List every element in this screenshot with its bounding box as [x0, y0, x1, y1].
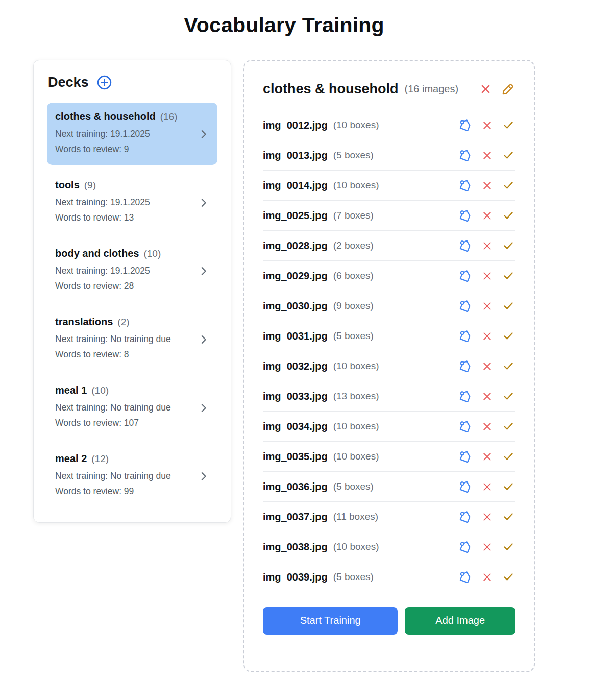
image-row: img_0039.jpg (5 boxes) [263, 562, 515, 592]
add-deck-button[interactable] [96, 75, 112, 90]
label-image-button[interactable] [458, 148, 472, 162]
delete-image-button[interactable] [482, 301, 493, 311]
label-image-button[interactable] [458, 510, 472, 524]
rename-deck-button[interactable] [501, 83, 514, 96]
delete-deck-button[interactable] [480, 83, 492, 95]
delete-image-button[interactable] [482, 542, 493, 552]
approve-image-button[interactable] [502, 390, 514, 402]
label-image-button[interactable] [458, 570, 472, 584]
image-list: img_0012.jpg (10 boxes) img_0013.jpg (5 … [263, 110, 515, 592]
approve-image-button[interactable] [502, 179, 514, 191]
approve-image-button[interactable] [502, 420, 514, 432]
approve-image-button[interactable] [502, 149, 514, 161]
delete-image-button[interactable] [482, 331, 493, 342]
image-filename: img_0039.jpg [263, 571, 328, 583]
chevron-right-icon[interactable] [198, 401, 209, 414]
deck-name: tools [55, 179, 80, 190]
deck-list-item[interactable]: body and clothes(10) Next training: 19.1… [47, 239, 217, 302]
approve-image-button[interactable] [502, 270, 514, 282]
delete-icon [480, 83, 492, 95]
chevron-right-icon[interactable] [198, 196, 209, 208]
approve-image-button[interactable] [502, 300, 514, 312]
delete-image-button[interactable] [482, 421, 493, 432]
image-row: img_0032.jpg (10 boxes) [263, 351, 515, 381]
label-image-button[interactable] [458, 359, 472, 373]
delete-image-button[interactable] [482, 180, 493, 191]
label-image-button[interactable] [458, 269, 472, 283]
approve-image-button[interactable] [502, 541, 514, 553]
label-image-button[interactable] [458, 178, 472, 192]
image-filename: img_0037.jpg [263, 511, 328, 523]
image-box-count: (10 boxes) [333, 541, 448, 552]
approve-image-button[interactable] [502, 360, 514, 372]
deck-list-item[interactable]: meal 1(10) Next training: No training du… [47, 376, 217, 439]
chevron-right-icon[interactable] [198, 264, 209, 277]
image-row: img_0038.jpg (10 boxes) [263, 532, 515, 562]
start-training-button[interactable]: Start Training [263, 607, 398, 635]
delete-image-button[interactable] [482, 271, 493, 281]
approve-image-button[interactable] [502, 209, 514, 222]
deck-next-training: Next training: 19.1.2025 [55, 126, 197, 141]
image-box-count: (10 boxes) [333, 360, 448, 372]
approve-image-button[interactable] [502, 239, 514, 252]
delete-icon [482, 481, 493, 492]
deck-count: (2) [117, 317, 129, 327]
label-image-button[interactable] [458, 118, 472, 132]
chevron-right-icon[interactable] [198, 333, 209, 345]
deck-list-item[interactable]: meal 2(12) Next training: No training du… [47, 445, 217, 507]
image-filename: img_0038.jpg [263, 541, 328, 553]
label-image-button[interactable] [458, 540, 472, 554]
image-filename: img_0030.jpg [263, 300, 328, 312]
approve-image-button[interactable] [502, 119, 514, 131]
deck-list-item[interactable]: clothes & household(16) Next training: 1… [47, 103, 217, 165]
delete-image-button[interactable] [482, 210, 493, 221]
delete-icon [482, 451, 493, 462]
image-row: img_0033.jpg (13 boxes) [263, 381, 515, 412]
image-box-count: (10 boxes) [333, 180, 448, 191]
approve-image-button[interactable] [502, 450, 514, 463]
delete-image-button[interactable] [482, 361, 493, 372]
approve-image-button[interactable] [502, 330, 514, 342]
label-image-button[interactable] [458, 389, 472, 403]
delete-image-button[interactable] [482, 391, 493, 402]
approve-image-button[interactable] [502, 571, 514, 583]
approve-image-button[interactable] [502, 480, 514, 493]
delete-image-button[interactable] [482, 150, 493, 161]
approve-image-button[interactable] [502, 511, 514, 523]
image-box-count: (10 boxes) [333, 421, 448, 432]
delete-icon [482, 301, 493, 311]
deck-list-item[interactable]: tools(9) Next training: 19.1.2025 Words … [47, 171, 217, 233]
chevron-right-icon[interactable] [198, 128, 209, 140]
deck-words-to-review: Words to review: 9 [55, 141, 197, 157]
tag-icon [458, 148, 472, 162]
tag-icon [458, 479, 472, 494]
delete-icon [482, 210, 493, 221]
main-columns: Decks clothes & household(16) Next train… [33, 60, 535, 672]
image-row: img_0028.jpg (2 boxes) [263, 231, 515, 261]
delete-image-button[interactable] [482, 512, 493, 522]
add-image-button[interactable]: Add Image [405, 607, 515, 635]
delete-image-button[interactable] [482, 572, 493, 583]
image-filename: img_0032.jpg [263, 360, 328, 372]
delete-image-button[interactable] [482, 240, 493, 251]
label-image-button[interactable] [458, 299, 472, 313]
deck-list-item[interactable]: translations(2) Next training: No traini… [47, 308, 217, 370]
check-icon [502, 270, 514, 282]
delete-image-button[interactable] [482, 481, 493, 492]
label-image-button[interactable] [458, 479, 472, 494]
tag-icon [458, 449, 472, 464]
delete-image-button[interactable] [482, 120, 493, 131]
label-image-button[interactable] [458, 238, 472, 253]
delete-image-button[interactable] [482, 451, 493, 462]
image-row: img_0035.jpg (10 boxes) [263, 442, 515, 472]
tag-icon [458, 238, 472, 253]
label-image-button[interactable] [458, 449, 472, 464]
label-image-button[interactable] [458, 208, 472, 223]
label-image-button[interactable] [458, 419, 472, 433]
label-image-button[interactable] [458, 329, 472, 343]
check-icon [502, 571, 514, 583]
tag-icon [458, 359, 472, 373]
delete-icon [482, 512, 493, 522]
image-filename: img_0033.jpg [263, 391, 328, 402]
chevron-right-icon[interactable] [198, 470, 209, 482]
